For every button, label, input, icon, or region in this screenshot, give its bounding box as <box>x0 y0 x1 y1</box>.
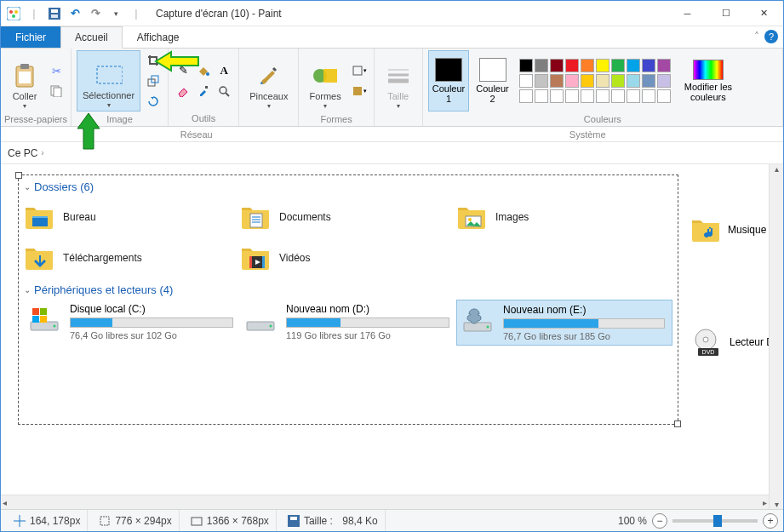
palette-swatch[interactable] <box>535 89 548 103</box>
paste-button[interactable]: Coller ▾ <box>6 50 43 112</box>
breadcrumb[interactable]: Ce PC › <box>1 142 783 164</box>
palette-swatch[interactable] <box>627 89 640 103</box>
shapes-button[interactable]: Formes ▾ <box>304 50 346 112</box>
folder-item-music[interactable]: Musique <box>690 215 766 244</box>
copy-button[interactable] <box>47 82 66 100</box>
drive-item[interactable]: Nouveau nom (E:)76,7 Go libres sur 185 G… <box>456 300 672 346</box>
palette-swatch[interactable] <box>627 59 640 72</box>
drive-item-dvd[interactable]: DVD Lecteur D <box>690 328 774 357</box>
chevron-down-icon: ▾ <box>107 101 111 109</box>
svg-rect-5 <box>51 9 58 13</box>
qat-customize[interactable]: ▾ <box>106 4 125 23</box>
drive-item[interactable]: Nouveau nom (D:)119 Go libres sur 176 Go <box>240 300 456 346</box>
edit-colors-button[interactable]: Modifier les couleurs <box>678 50 739 112</box>
horizontal-scrollbar[interactable]: ◂▸ <box>1 495 769 509</box>
palette-swatch[interactable] <box>611 89 625 103</box>
palette-swatch[interactable] <box>550 74 564 88</box>
folder-item[interactable]: Bureau <box>24 197 240 237</box>
breadcrumb-root[interactable]: Ce PC <box>8 147 37 159</box>
status-selection-size: 776 × 294px <box>91 510 179 531</box>
redo-button[interactable]: ↷ <box>86 4 105 23</box>
palette-swatch[interactable] <box>565 59 579 72</box>
palette-swatch[interactable] <box>581 74 594 88</box>
palette-swatch[interactable] <box>657 89 671 103</box>
folders-section-header[interactable]: ⌄ Dossiers (6) <box>24 175 672 197</box>
svg-rect-53 <box>100 517 109 525</box>
clipboard-icon <box>11 62 38 89</box>
drives-section-header[interactable]: ⌄ Périphériques et lecteurs (4) <box>24 278 672 300</box>
folder-item[interactable]: Images <box>456 197 672 237</box>
selection-marquee[interactable]: ⌄ Dossiers (6) BureauDocumentsImagesTélé… <box>18 174 678 425</box>
selection-rect-icon <box>95 61 123 89</box>
quick-access-toolbar: | ↶ ↷ ▾ | <box>4 4 146 23</box>
drive-label: Nouveau nom (D:) <box>286 303 449 315</box>
column-network: Réseau <box>1 129 392 140</box>
drive-free-space: 76,4 Go libres sur 102 Go <box>70 330 233 340</box>
zoom-out-button[interactable]: − <box>652 513 667 529</box>
paint-canvas[interactable]: ⌄ Dossiers (6) BureauDocumentsImagesTélé… <box>1 164 783 505</box>
tab-view[interactable]: Affichage <box>123 26 194 48</box>
chevron-right-icon: › <box>41 148 43 157</box>
help-icon[interactable]: ? <box>764 30 778 43</box>
group-label-brushes <box>239 113 298 127</box>
minimize-button[interactable]: ─ <box>668 1 707 26</box>
save-button[interactable] <box>45 4 64 23</box>
folder-item[interactable]: Documents <box>240 197 456 237</box>
size-button[interactable]: Taille ▾ <box>380 50 417 112</box>
palette-swatch[interactable] <box>657 74 671 88</box>
palette-swatch[interactable] <box>642 59 655 72</box>
palette-swatch[interactable] <box>535 74 548 88</box>
palette-swatch[interactable] <box>550 89 564 103</box>
palette-swatch[interactable] <box>519 89 533 103</box>
palette-swatch[interactable] <box>596 59 609 72</box>
palette-swatch[interactable] <box>565 74 579 88</box>
palette-swatch[interactable] <box>581 89 594 103</box>
chevron-down-icon: ▾ <box>397 102 400 110</box>
maximize-button[interactable]: ☐ <box>707 1 745 26</box>
color1-button[interactable]: Couleur 1 <box>428 50 470 112</box>
undo-button[interactable]: ↶ <box>66 4 84 23</box>
brushes-button[interactable]: Pinceaux ▾ <box>244 50 293 112</box>
palette-swatch[interactable] <box>519 74 533 88</box>
eraser-tool[interactable] <box>174 82 192 100</box>
magnifier-tool[interactable] <box>215 82 233 100</box>
palette-swatch[interactable] <box>642 89 655 103</box>
palette-swatch[interactable] <box>550 59 564 72</box>
resize-button[interactable] <box>144 72 163 90</box>
shape-fill-button[interactable]: ▾ <box>350 82 369 100</box>
palette-swatch[interactable] <box>519 59 533 72</box>
palette-swatch[interactable] <box>581 59 594 72</box>
cut-button[interactable]: ✂ <box>47 61 66 80</box>
select-button[interactable]: Sélectionner ▾ <box>77 50 140 112</box>
palette-swatch[interactable] <box>596 74 609 88</box>
palette-swatch[interactable] <box>611 74 625 88</box>
zoom-in-button[interactable]: + <box>763 513 778 529</box>
folder-icon <box>24 243 54 272</box>
shape-outline-button[interactable]: ▾ <box>350 61 369 80</box>
folder-item[interactable]: Téléchargements <box>24 237 240 278</box>
zoom-slider[interactable] <box>672 519 758 523</box>
palette-swatch[interactable] <box>627 74 640 88</box>
eyedropper-tool[interactable] <box>194 82 213 100</box>
svg-rect-27 <box>32 216 48 218</box>
brush-icon <box>255 62 283 89</box>
group-shapes: Formes ▾ ▾ ▾ Formes <box>299 49 374 126</box>
palette-swatch[interactable] <box>611 59 625 72</box>
tab-file[interactable]: Fichier <box>1 26 60 48</box>
palette-swatch[interactable] <box>596 89 609 103</box>
zoom-controls: 100 % − + <box>618 513 778 529</box>
palette-swatch[interactable] <box>565 89 579 103</box>
rotate-button[interactable] <box>144 92 163 111</box>
ribbon-collapse-icon[interactable]: ˄ <box>754 31 759 43</box>
vertical-scrollbar[interactable]: ▴▾ <box>769 164 783 509</box>
color2-button[interactable]: Couleur 2 <box>472 50 512 112</box>
palette-swatch[interactable] <box>657 59 671 72</box>
text-tool[interactable]: A <box>215 61 233 80</box>
palette-swatch[interactable] <box>535 59 548 72</box>
drive-item[interactable]: Disque local (C:)76,4 Go libres sur 102 … <box>24 300 240 346</box>
folder-label: Vidéos <box>279 252 310 264</box>
palette-swatch[interactable] <box>642 74 655 88</box>
close-button[interactable]: ✕ <box>745 1 783 26</box>
folder-item[interactable]: Vidéos <box>240 237 456 278</box>
tab-home[interactable]: Accueil <box>60 26 123 49</box>
